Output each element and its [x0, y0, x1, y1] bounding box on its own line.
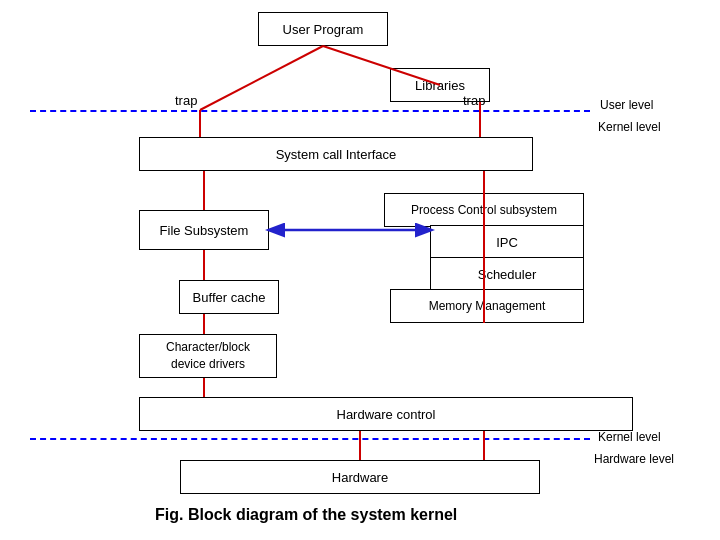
- user-level-dashed-line: [30, 110, 590, 112]
- char-block-box: Character/block device drivers: [139, 334, 277, 378]
- system-call-interface-box: System call Interface: [139, 137, 533, 171]
- user-level-label: User level: [600, 98, 653, 112]
- hardware-box: Hardware: [180, 460, 540, 494]
- memory-management-box: Memory Management: [390, 289, 584, 323]
- trap-left-label: trap: [175, 93, 197, 108]
- user-program-box: User Program: [258, 12, 388, 46]
- kernel-level-top-label: Kernel level: [598, 120, 661, 134]
- kernel-level-dashed-line: [30, 438, 590, 440]
- hardware-level-label: Hardware level: [594, 452, 674, 466]
- ipc-box: IPC: [430, 225, 584, 259]
- kernel-level-bottom-label: Kernel level: [598, 430, 661, 444]
- fig-caption: Fig. Block diagram of the system kernel: [155, 506, 457, 524]
- diagram: User Program Libraries System call Inter…: [0, 0, 720, 540]
- file-subsystem-box: File Subsystem: [139, 210, 269, 250]
- trap-right-label: trap: [463, 93, 485, 108]
- buffer-cache-box: Buffer cache: [179, 280, 279, 314]
- process-control-box: Process Control subsystem: [384, 193, 584, 227]
- scheduler-box: Scheduler: [430, 257, 584, 291]
- svg-line-0: [200, 46, 323, 110]
- hardware-control-box: Hardware control: [139, 397, 633, 431]
